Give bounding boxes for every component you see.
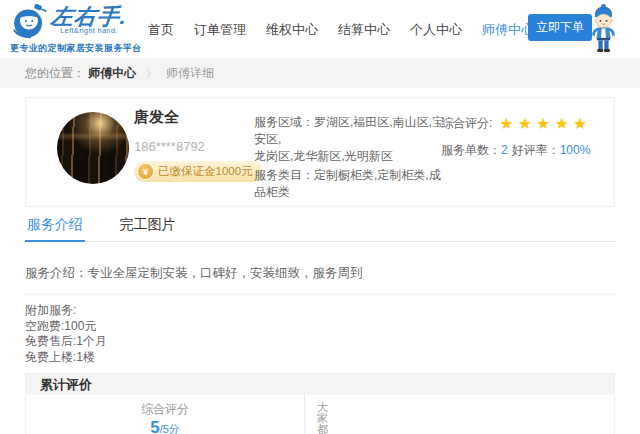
overall-score-value: 5 [150,418,159,434]
rating-block: 综合评分: ★★★★★ 服务单数：2好评率：100% [441,115,591,159]
breadcrumb-current: 师傅详细 [166,66,214,80]
extra-services-title: 附加服务: [25,303,615,319]
nav-item-home[interactable]: 首页 [148,21,174,39]
worker-mascot-icon [588,3,619,54]
master-phone: 186****8792 [134,139,205,154]
extra-service-item: 空跑费:100元 [25,319,615,335]
rating-stars-icon: ★★★★★ [499,116,591,132]
master-profile-card: 唐发全 186****8792 ¥ 已缴保证金1000元 服务区域：罗湖区,福田… [25,97,615,207]
nav-item-personal[interactable]: 个人中心 [410,21,462,39]
service-category: 服务类目：定制橱柜类,定制柜类,成品柜类 [254,167,449,201]
nav-item-settlement[interactable]: 结算中心 [338,21,390,39]
coin-icon: ¥ [137,163,154,180]
top-header: 左右手. Left&right hand. 更专业的定制家居安装服务平台 首页 … [0,0,640,58]
nav-item-orders[interactable]: 订单管理 [194,21,246,39]
service-info: 服务区域：罗湖区,福田区,南山区,宝安区, 龙岗区,龙华新区,光明新区 服务类目… [254,114,449,201]
order-now-button[interactable]: 立即下单 [528,14,592,41]
brand-tagline: 更专业的定制家居安装服务平台 [10,42,142,55]
page: 左右手. Left&right hand. 更专业的定制家居安装服务平台 首页 … [0,0,640,434]
master-name: 唐发全 [134,108,179,127]
review-section: 累计评价 综合评分 5/5分 ★★★★★ 大家都评论 [25,373,615,434]
rating-label: 综合评分: [441,115,492,132]
nav-item-master-center[interactable]: 师傅中心 [482,21,534,39]
overall-score-panel: 综合评分 5/5分 ★★★★★ [26,395,305,434]
main-nav: 首页 订单管理 维权中心 结算中心 个人中心 师傅中心 [148,21,534,39]
orders-label: 服务单数： [441,143,501,157]
tab-finished-photos[interactable]: 完工图片 [117,214,177,240]
extra-services: 附加服务: 空跑费:100元 免费售后:1个月 免费上楼:1楼 [0,295,640,365]
overall-score-label: 综合评分 [26,401,304,418]
review-side-panel: 大家都评论 [305,395,330,434]
breadcrumb-separator-icon: 〉 [146,67,157,79]
breadcrumb: 您的位置： 师傅中心 〉 师傅详细 [0,58,640,88]
service-area-line2: 龙岗区,龙华新区,光明新区 [254,148,449,165]
extra-service-item: 免费售后:1个月 [25,334,615,350]
breadcrumb-prefix: 您的位置： [25,66,85,80]
review-section-title: 累计评价 [26,374,614,395]
nav-item-rights[interactable]: 维权中心 [266,21,318,39]
breadcrumb-section-link[interactable]: 师傅中心 [88,66,136,80]
brand-logo[interactable]: 左右手. Left&right hand. 更专业的定制家居安装服务平台 [10,3,142,55]
tab-bar: 服务介绍 完工图片 [25,214,615,242]
service-intro-text: 服务介绍：专业全屋定制安装，口碑好，安装细致，服务周到 [0,255,640,282]
orders-value: 2 [501,143,508,157]
review-side-note: 大家都评论 [317,402,330,434]
praise-label: 好评率： [512,143,560,157]
logo-mascot-icon [10,3,48,40]
tab-service-intro[interactable]: 服务介绍 [25,214,85,242]
master-avatar[interactable] [57,112,129,184]
deposit-badge: ¥ 已缴保证金1000元 [134,161,263,182]
logo-text: 左右手. [50,5,129,29]
deposit-badge-label: 已缴保证金1000元 [158,164,253,179]
service-area-line1: 服务区域：罗湖区,福田区,南山区,宝安区, [254,114,449,148]
praise-value: 100% [560,143,591,157]
overall-score-suffix: /5分 [160,423,180,434]
extra-service-item: 免费上楼:1楼 [25,350,615,366]
